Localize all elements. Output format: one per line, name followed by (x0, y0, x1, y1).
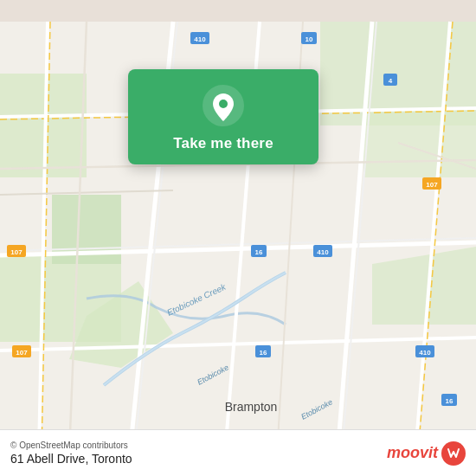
map-container: 410 10 4 107 107 410 16 107 16 410 16 Bo (0, 0, 476, 476)
svg-text:107: 107 (10, 248, 23, 256)
svg-text:16: 16 (260, 349, 267, 357)
attribution-text: © OpenStreetMap contributors (10, 441, 132, 450)
svg-text:410: 410 (317, 248, 329, 256)
location-pin-icon (203, 85, 244, 126)
svg-rect-6 (363, 108, 476, 177)
bottom-left-info: © OpenStreetMap contributors 61 Abell Dr… (10, 441, 132, 466)
svg-text:Brampton: Brampton (225, 400, 278, 414)
svg-point-55 (219, 100, 228, 108)
bottom-bar: © OpenStreetMap contributors 61 Abell Dr… (0, 429, 476, 476)
svg-text:16: 16 (255, 248, 263, 256)
navigation-overlay: Take me there (128, 69, 318, 164)
svg-text:4: 4 (389, 77, 393, 85)
svg-text:16: 16 (446, 397, 453, 405)
svg-text:107: 107 (16, 349, 28, 357)
svg-text:410: 410 (194, 35, 206, 43)
moovit-icon (441, 441, 466, 466)
take-me-there-button[interactable]: Take me there (173, 135, 273, 152)
svg-text:410: 410 (419, 349, 431, 357)
svg-text:10: 10 (306, 35, 313, 43)
address-text: 61 Abell Drive, Toronto (10, 452, 132, 466)
moovit-logo-text: moovit (387, 444, 438, 462)
moovit-logo: moovit (387, 441, 466, 466)
svg-text:107: 107 (426, 181, 438, 189)
